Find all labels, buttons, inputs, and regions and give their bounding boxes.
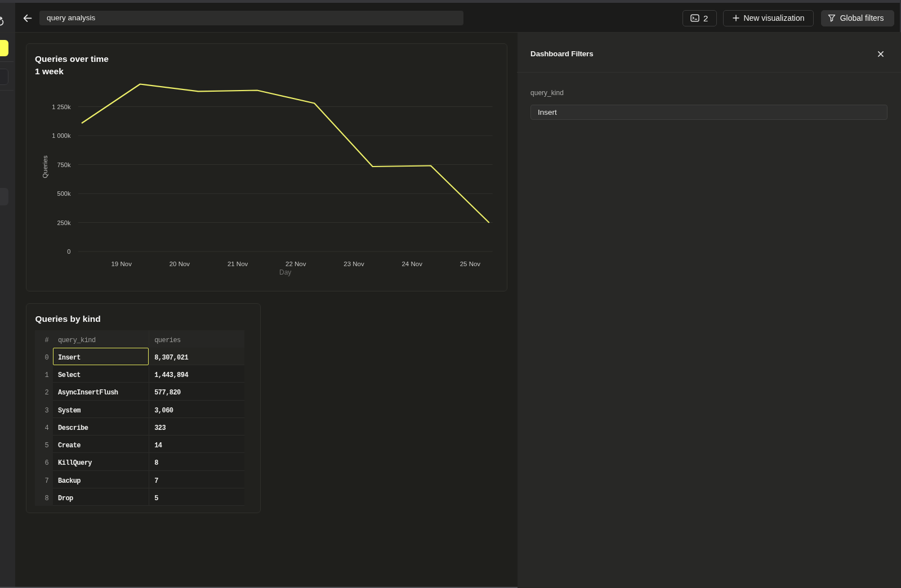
svg-text:22 Nov: 22 Nov [286, 261, 306, 267]
svg-text:21 Nov: 21 Nov [228, 261, 248, 267]
svg-text:Queries over time: Queries over time [35, 53, 109, 63]
svg-text:1 250k: 1 250k [52, 103, 72, 110]
svg-text:24 Nov: 24 Nov [402, 261, 423, 267]
svg-text:Day: Day [279, 268, 291, 276]
svg-text:20 Nov: 20 Nov [170, 261, 190, 267]
svg-text:23 Nov: 23 Nov [344, 261, 365, 267]
svg-text:250k: 250k [57, 219, 71, 226]
svg-text:750k: 750k [57, 161, 71, 168]
svg-text:0: 0 [68, 248, 71, 254]
svg-text:1 000k: 1 000k [52, 132, 72, 139]
svg-text:25 Nov: 25 Nov [460, 261, 481, 267]
svg-text:1 week: 1 week [35, 66, 64, 76]
svg-text:19 Nov: 19 Nov [111, 261, 132, 267]
svg-text:500k: 500k [57, 190, 71, 197]
svg-text:Queries: Queries [42, 155, 48, 178]
